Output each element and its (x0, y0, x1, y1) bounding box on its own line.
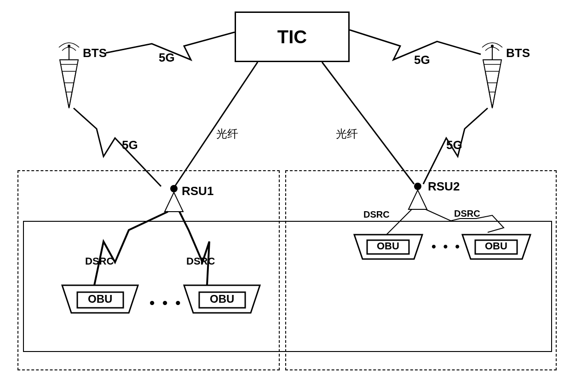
tic-box: TIC (235, 12, 350, 62)
obu-label-2: OBU (210, 293, 234, 306)
fiber-left: 光纤 (216, 127, 238, 141)
bts-label-right: BTS (506, 46, 530, 60)
bts-label-left: BTS (83, 46, 107, 60)
obu-label-3: OBU (377, 240, 399, 252)
fiveg-top-left: 5G (159, 51, 175, 65)
obu-label-4: OBU (485, 240, 507, 252)
fiveg-mid-left: 5G (122, 138, 138, 152)
fiveg-top-right: 5G (414, 53, 430, 67)
tic-label: TIC (277, 27, 307, 47)
obu-label-1: OBU (88, 293, 112, 306)
fiber-line-left (174, 62, 258, 188)
fiber-line-right (322, 62, 414, 184)
dots-right: • • • (432, 239, 461, 254)
dots-left: • • • (150, 294, 182, 311)
svg-point-0 (68, 45, 70, 47)
fiber-right: 光纤 (336, 127, 358, 141)
bts-tower-right (482, 43, 502, 108)
bts-tower-left (59, 43, 79, 108)
fiveg-mid-right: 5G (446, 138, 462, 152)
svg-point-2 (491, 45, 494, 47)
road-box (23, 221, 552, 352)
